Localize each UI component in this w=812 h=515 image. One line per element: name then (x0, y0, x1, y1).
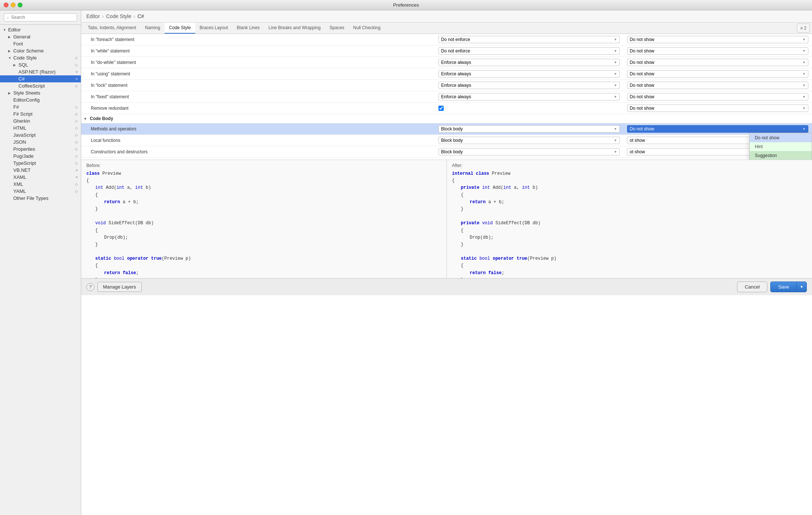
sidebar-item-vbnet[interactable]: VB.NET ≡ (0, 167, 81, 174)
show-dropdown[interactable]: Do not show ▼ (627, 47, 808, 55)
enforce-dropdown[interactable]: Enforce always ▼ (438, 82, 620, 89)
show-dropdown-active[interactable]: Do not show ▼ (627, 125, 808, 133)
search-input[interactable] (11, 15, 74, 20)
sidebar-item-json[interactable]: JSON ◇ (0, 139, 81, 146)
sidebar-item-properties[interactable]: Properties ◇ (0, 146, 81, 153)
show-col: Do not show ▼ (623, 34, 812, 45)
table-row: In "while" statement Do not enforce ▼ Do… (81, 45, 812, 57)
sidebar-item-fsharp-script[interactable]: F# Script ◇ (0, 110, 81, 117)
sidebar-item-fsharp[interactable]: F# ◇ (0, 103, 81, 110)
sidebar-item-label: XML (13, 181, 73, 187)
tab-spaces[interactable]: Spaces (325, 23, 349, 34)
search-icon: ⌕ (7, 15, 9, 20)
tab-null-checking[interactable]: Null Checking (349, 23, 385, 34)
enforce-dropdown[interactable]: Do not enforce ▼ (438, 47, 620, 55)
save-button[interactable]: Save (770, 282, 796, 292)
sidebar-item-typescript[interactable]: TypeScript ◇ (0, 160, 81, 167)
show-dropdown[interactable]: Do not show ▼ (627, 93, 808, 100)
sidebar-item-editorconfig[interactable]: EditorConfig (0, 96, 81, 103)
maximize-button[interactable] (18, 3, 23, 7)
tab-naming[interactable]: Naming (141, 23, 165, 34)
breadcrumb-sep2: › (134, 13, 135, 19)
sidebar-item-pug-jade[interactable]: Pug/Jade ◇ (0, 153, 81, 160)
before-code-block: class Preview { int Add(int a, int b) { … (86, 170, 441, 278)
show-col: Do not show ▼ Do not show Hint Suggestio… (623, 123, 812, 135)
tab-code-style[interactable]: Code Style (165, 23, 195, 34)
tab-blank-lines[interactable]: Blank Lines (233, 23, 264, 34)
breadcrumb-sep1: › (102, 13, 104, 19)
show-dropdown[interactable]: Do not show ▼ (627, 36, 808, 43)
sidebar-item-yaml[interactable]: YAML ◇ (0, 188, 81, 195)
search-input-wrap[interactable]: ⌕ (4, 13, 77, 21)
row-label: In "fixed" statement (81, 91, 435, 103)
show-col: Do not show ▼ (623, 103, 812, 114)
sidebar-item-gherkin[interactable]: Gherkin ◇ (0, 117, 81, 125)
sidebar-item-font[interactable]: Font (0, 40, 81, 47)
dropdown-option-suggestion[interactable]: Suggestion (750, 151, 812, 160)
checkbox-cell (438, 106, 620, 111)
sidebar-item-style-sheets[interactable]: ▶ Style Sheets (0, 89, 81, 96)
enforce-dropdown[interactable]: Block body ▼ (438, 125, 620, 133)
dropdown-option-hint[interactable]: Hint (750, 142, 812, 151)
tab-line-breaks[interactable]: Line Breaks and Wrapping (264, 23, 325, 34)
manage-layers-button[interactable]: Manage Layers (97, 282, 142, 292)
breadcrumb-editor: Editor (86, 13, 100, 19)
sidebar-item-coffeescript[interactable]: CoffeeScript ◇ (0, 82, 81, 89)
bottom-bar: ? Manage Layers Cancel Save ▼ (81, 278, 812, 295)
sidebar-item-label: Editor (8, 27, 78, 33)
sidebar-item-asp-net[interactable]: ASP.NET (Razor) ≡ (0, 68, 81, 75)
preview-row: Before: class Preview { int Add(int a, i… (81, 160, 812, 278)
enforce-dropdown[interactable]: Enforce always ▼ (438, 70, 620, 78)
save-dropdown-button[interactable]: ▼ (796, 282, 807, 292)
help-button[interactable]: ? (86, 283, 94, 291)
show-dropdown[interactable]: Do not show ▼ (627, 70, 808, 78)
sidebar-item-label: Properties (13, 146, 73, 152)
enforce-col: Enforce always ▼ (435, 80, 623, 91)
enforce-col: Do not enforce ▼ (435, 34, 623, 45)
sidebar-item-general[interactable]: ▶ General (0, 33, 81, 40)
sidebar-item-code-style[interactable]: ▼ Code Style ◇ (0, 54, 81, 61)
sidebar-item-label: General (13, 34, 78, 40)
close-button[interactable] (4, 3, 8, 7)
enforce-dropdown[interactable]: Block body ▼ (438, 148, 620, 156)
minimize-button[interactable] (11, 3, 16, 7)
sidebar-item-color-scheme[interactable]: ▶ Color Scheme (0, 47, 81, 54)
tab-braces-layout[interactable]: Braces Layout (195, 23, 233, 34)
group-label: ▼ Code Body (81, 114, 812, 123)
show-col: Do not show ▼ (623, 91, 812, 103)
sidebar-item-xaml[interactable]: XAML ≡ (0, 174, 81, 181)
sidebar-item-sql[interactable]: ▶ SQL ◇ (0, 61, 81, 68)
content-area: Editor › Code Style › C# Tabs, Indents, … (81, 10, 812, 515)
sidebar-item-editor[interactable]: ▼ Editor (0, 26, 81, 33)
tab-tabs-indents[interactable]: Tabs, Indents, Alignment (83, 23, 141, 34)
group-arrow-icon: ▼ (83, 117, 87, 121)
show-dropdown[interactable]: Do not show ▼ (627, 82, 808, 89)
enforce-col (435, 103, 623, 114)
enforce-dropdown[interactable]: Enforce always ▼ (438, 59, 620, 66)
sidebar-item-label: Other File Types (13, 195, 78, 201)
dropdown-option-do-not-show[interactable]: Do not show (750, 133, 812, 142)
remove-redundant-checkbox[interactable] (438, 106, 444, 111)
sidebar-item-label: Style Sheets (13, 90, 78, 96)
show-dropdown[interactable]: Do not show ▼ (627, 59, 808, 66)
sidebar-item-javascript[interactable]: JavaScript ◇ (0, 132, 81, 139)
sidebar-item-csharp[interactable]: C# ≡ (0, 75, 81, 82)
enforce-dropdown[interactable]: Block body ▼ (438, 137, 620, 144)
tab-overflow[interactable]: ≡ 2 (797, 24, 810, 33)
badge-icon: ◇ (75, 56, 78, 60)
show-dropdown[interactable]: Do not show ▼ (627, 105, 808, 112)
enforce-dropdown[interactable]: Enforce always ▼ (438, 93, 620, 100)
sidebar-item-label: JSON (13, 139, 73, 145)
badge-icon: ◇ (75, 189, 78, 193)
table-row: Local functions Block body ▼ ot show ▼ (81, 135, 812, 146)
row-label: In "foreach" statement (81, 34, 435, 45)
sidebar-item-html[interactable]: HTML ◇ (0, 125, 81, 132)
row-label: In "using" statement (81, 68, 435, 80)
sidebar-item-xml[interactable]: XML ◇ (0, 181, 81, 188)
cancel-button[interactable]: Cancel (737, 282, 767, 292)
sidebar-item-label: Color Scheme (13, 48, 78, 54)
enforce-dropdown[interactable]: Do not enforce ▼ (438, 36, 620, 43)
before-label: Before: (86, 163, 441, 168)
arrow-icon: ▼ (3, 28, 8, 32)
sidebar-item-other-file-types[interactable]: Other File Types (0, 195, 81, 202)
